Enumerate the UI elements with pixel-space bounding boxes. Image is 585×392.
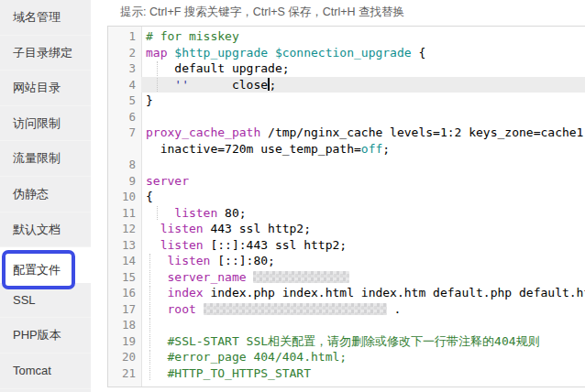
code-token-keyword: index (167, 286, 203, 299)
code-line[interactable]: 10{ (108, 189, 585, 205)
code-line-content: default upgrade; (141, 60, 585, 77)
code-line[interactable]: 8 (108, 157, 585, 173)
code-token-plain (146, 238, 160, 252)
code-line[interactable]: 16 index index.php index.html index.htm … (108, 285, 585, 301)
line-number (108, 141, 141, 158)
code-line[interactable]: 13 listen [::]:443 ssl http2; (108, 237, 585, 254)
editor-hint-text: 提示: Ctrl+F 搜索关键字，Ctrl+S 保存，Ctrl+H 查找替换 (107, 0, 585, 26)
code-line[interactable]: 12 listen 443 ssl http2; (108, 221, 585, 237)
code-line-content: root . (141, 301, 585, 318)
line-number: 13 (108, 237, 141, 254)
code-token-plain: close (189, 78, 268, 92)
code-token-keyword: root (167, 302, 195, 316)
code-token-keyword: listen (160, 222, 204, 235)
sidebar-item-tab[interactable]: 网站目录 (0, 71, 91, 106)
line-number: 17 (108, 301, 141, 318)
line-number: 10 (108, 189, 141, 205)
sidebar-item-tab[interactable]: PHP版本 (0, 318, 91, 354)
code-line[interactable]: 19 #SSL-START SSL相关配置，请勿删除或修改下一行带注释的404规… (108, 333, 585, 350)
code-line-content: listen 80; (141, 205, 585, 222)
code-token-plain (146, 222, 160, 235)
line-number: 7 (108, 125, 141, 141)
sidebar-item-tab[interactable]: 伪静态 (0, 177, 91, 212)
line-number: 19 (108, 333, 141, 350)
code-token-comment: # for misskey (146, 29, 239, 43)
line-number: 16 (108, 285, 141, 301)
code-token-plain: { (412, 46, 426, 60)
code-line[interactable]: 18 (108, 317, 585, 333)
sidebar-item-tab[interactable]: 子目录绑定 (0, 36, 91, 71)
code-line[interactable]: 15 server_name (108, 269, 585, 286)
code-line-content: #HTTP_TO_HTTPS_START (141, 365, 585, 382)
code-line-content (141, 157, 585, 173)
sidebar-item-label: PHP版本 (13, 328, 61, 342)
line-number: 21 (108, 365, 141, 382)
code-line[interactable]: 20 #error_page 404/404.html; (108, 349, 585, 365)
sidebar-item-label: Tomcat (13, 364, 51, 377)
code-line[interactable]: 5} (108, 93, 585, 109)
code-token-keyword: server_name (167, 270, 246, 284)
code-line[interactable]: 3 default upgrade; (108, 60, 585, 77)
code-token-keyword: listen (160, 238, 204, 252)
code-line[interactable]: 11 listen 80; (108, 205, 585, 222)
code-token-plain (146, 78, 174, 92)
sidebar-item-label: SSL (13, 293, 36, 307)
code-token-plain (146, 206, 174, 220)
nginx-config-editor[interactable]: 1# for misskey2map $http_upgrade $connec… (107, 26, 585, 387)
code-token-plain (196, 302, 204, 316)
sidebar-item-label: 访问限制 (13, 116, 61, 130)
code-line-content: server (141, 173, 585, 190)
code-token-atom: off (361, 142, 382, 156)
code-token-plain: inactive=720m use_temp_path= (146, 142, 361, 156)
code-line-content: proxy_cache_path /tmp/nginx_cache levels… (141, 125, 585, 141)
code-line[interactable]: 2map $http_upgrade $connection_upgrade { (108, 45, 585, 61)
line-number: 5 (108, 93, 141, 109)
site-settings-sidebar: 域名管理子目录绑定网站目录访问限制流量限制伪静态默认文档配置文件SSLPHP版本… (0, 0, 91, 392)
redacted-text (204, 303, 387, 315)
code-token-keyword: proxy_cache_path (146, 125, 260, 139)
indent-guide (149, 318, 150, 332)
code-line[interactable]: 14 listen [::]:80; (108, 253, 585, 269)
code-token-comment: #SSL-START SSL相关配置，请勿删除或修改下一行带注释的404规则 (146, 334, 540, 348)
code-line[interactable]: 6 (108, 109, 585, 125)
code-token-plain: index.php index.html index.htm default.p… (204, 286, 585, 299)
indent-guide (149, 286, 150, 300)
line-number: 14 (108, 253, 141, 269)
sidebar-item-label: 域名管理 (13, 10, 61, 24)
code-line-active[interactable]: 4 '' close; (108, 77, 585, 93)
code-line-content: listen [::]:80; (141, 253, 585, 269)
code-line-content: inactive=720m use_temp_path=off; (141, 141, 585, 158)
indent-guide (149, 334, 150, 349)
code-token-plain: 443 ssl http2; (204, 222, 311, 235)
code-line[interactable]: 17 root . (108, 301, 585, 318)
sidebar-item-tab[interactable]: 默认文档 (0, 212, 91, 248)
indent-guide (149, 254, 150, 268)
sidebar-item-active[interactable]: 配置文件 (0, 247, 91, 283)
code-line-content (141, 109, 585, 125)
sidebar-item-label: 网站目录 (13, 81, 61, 94)
sidebar-item-tab[interactable]: 域名管理 (0, 0, 91, 36)
code-token-plain: [::]:80; (210, 254, 274, 267)
code-line[interactable]: 21 #HTTP_TO_HTTPS_START (108, 365, 585, 382)
code-token-variable: $http_upgrade (174, 46, 268, 60)
code-token-keyword: server (146, 174, 189, 188)
sidebar-item-tab[interactable]: 流量限制 (0, 141, 91, 177)
sidebar-item-label: 子目录绑定 (13, 46, 72, 60)
code-line[interactable]: inactive=720m use_temp_path=off; (108, 141, 585, 158)
code-area[interactable]: 1# for misskey2map $http_upgrade $connec… (108, 27, 585, 381)
indent-guide (149, 366, 150, 381)
code-token-plain: default upgrade; (146, 61, 290, 75)
code-token-plain (247, 270, 254, 284)
sidebar-item-tab[interactable]: Tomcat (0, 354, 91, 389)
code-token-plain (268, 46, 275, 60)
code-token-plain: { (146, 190, 153, 203)
code-line[interactable]: 7proxy_cache_path /tmp/nginx_cache level… (108, 125, 585, 141)
sidebar-item-tab[interactable]: 访问限制 (0, 106, 91, 142)
code-line[interactable]: 9server (108, 173, 585, 190)
code-token-keyword: listen (167, 254, 210, 267)
code-line[interactable]: 1# for misskey (108, 28, 585, 45)
code-line-content: { (141, 189, 585, 205)
indent-guide (157, 61, 158, 76)
code-line-content (141, 317, 585, 333)
code-token-plain: [::]:443 ssl http2; (204, 238, 348, 252)
